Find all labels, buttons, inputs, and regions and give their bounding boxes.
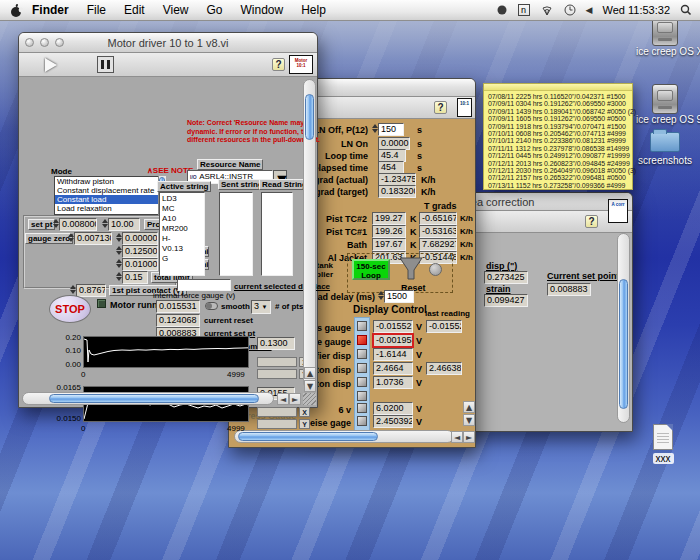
stepper[interactable] (67, 232, 74, 243)
apple-menu-icon[interactable] (10, 3, 23, 18)
loop-button[interactable]: 150-sec Loop (352, 259, 390, 280)
stepper[interactable] (101, 218, 108, 229)
display-toggle[interactable] (357, 363, 367, 373)
g2-y-scale[interactable] (257, 419, 297, 429)
lo-reset-value[interactable]: 0.010000 (122, 258, 158, 271)
row-value[interactable]: 1.0736 (373, 376, 413, 389)
sticky-body[interactable]: 07/08/11 2225 hrs 0.116520"/0.042371 #15… (484, 91, 632, 189)
gauge-zero-value[interactable]: 0.007130 (74, 232, 112, 245)
run-button[interactable] (45, 58, 57, 72)
scroll-down-arrow[interactable]: ▼ (304, 380, 316, 392)
g1-x-scale[interactable] (257, 357, 297, 367)
display-toggle-active[interactable] (357, 335, 367, 345)
sticky-note[interactable]: 07/08/11 2225 hrs 0.116520"/0.042371 #15… (483, 83, 633, 190)
scrollbar-thumb[interactable] (49, 394, 259, 403)
stepper[interactable] (377, 290, 384, 301)
stepper[interactable] (115, 258, 122, 269)
row-value[interactable]: -1.6144 (373, 348, 413, 361)
vi-icon[interactable]: Motor 10:1 (289, 55, 313, 74)
clock-menu-icon[interactable] (564, 4, 576, 16)
display-toggle[interactable] (357, 377, 367, 387)
set-pt-value[interactable]: 0.008000 (59, 218, 97, 231)
display-toggle[interactable] (357, 416, 367, 426)
menu-go[interactable]: Go (198, 3, 232, 17)
mode-option-selected[interactable]: Constant load (55, 195, 165, 204)
int-value[interactable]: 0.000001 (122, 232, 158, 245)
scroll-right-arrow[interactable]: ► (463, 431, 475, 443)
prop-value[interactable]: 10.00 (108, 218, 140, 231)
mode-option[interactable]: Constant displacement rate (55, 186, 165, 195)
scroll-left-arrow[interactable]: ◄ (451, 431, 463, 443)
tc-grad[interactable]: -0.65167 (419, 212, 457, 225)
scroll-right-arrow[interactable]: ► (289, 393, 301, 405)
volume-menu-icon[interactable]: ◀ (586, 5, 593, 15)
pause-button[interactable] (97, 56, 114, 73)
g1-readout[interactable]: 0.1300 (257, 337, 295, 350)
menu-edit[interactable]: Edit (115, 3, 154, 17)
scroll-down-arrow[interactable]: ▼ (463, 414, 475, 426)
desktop-icon-xxx[interactable]: xxx (634, 424, 692, 464)
tgrad-target-value[interactable]: 0.183200 (378, 185, 416, 198)
row-value[interactable]: 2.4664 (373, 362, 413, 375)
tc-temp[interactable]: 199.26 (372, 225, 406, 238)
vertical-scrollbar[interactable] (303, 79, 316, 389)
strain-value[interactable]: 0.099427 (484, 294, 528, 307)
ink-menu-icon[interactable] (496, 4, 508, 16)
smooth-switch[interactable] (205, 302, 218, 310)
current-selected-field[interactable] (177, 279, 231, 291)
last-reading-value[interactable]: -0.01552 (426, 320, 462, 333)
stepper[interactable] (52, 218, 59, 229)
horizontal-scrollbar[interactable] (234, 430, 454, 443)
current-reset-value[interactable]: 0.124068 (156, 314, 200, 327)
display-toggle[interactable] (357, 403, 367, 413)
g2-x-button[interactable]: X (299, 407, 310, 417)
row-value[interactable]: -0.001953 (373, 334, 413, 347)
g2-x-scale[interactable] (257, 407, 297, 417)
menu-finder[interactable]: Finder (23, 3, 78, 17)
funnel-icon[interactable] (399, 257, 423, 283)
resize-grip[interactable] (303, 393, 316, 405)
hi-reset-value[interactable]: 0.125000 (122, 245, 158, 258)
g2-y-button[interactable]: Y (299, 419, 310, 429)
scroll-left-arrow[interactable]: ◄ (277, 393, 289, 405)
total-limit-value[interactable]: 0.15 (122, 271, 148, 284)
desktop-icon-drive-osx[interactable]: ice creep OS X (636, 16, 694, 57)
pist-contact-value[interactable]: 0.8767 (76, 284, 106, 297)
tc-grad[interactable]: -0.53163 (419, 225, 457, 238)
scroll-up-arrow[interactable]: ▲ (304, 367, 316, 379)
menu-file[interactable]: File (78, 3, 115, 17)
last-reading-value[interactable]: 2.466382 (426, 362, 462, 375)
menu-view[interactable]: View (154, 3, 198, 17)
menu-clock[interactable]: Wed 11:53:32 (603, 4, 670, 16)
spotlight-menu-icon[interactable] (680, 4, 692, 16)
scrollbar-thumb[interactable] (238, 432, 378, 441)
stepper[interactable] (115, 245, 122, 256)
stepper[interactable] (115, 271, 122, 282)
scroll-up-arrow[interactable]: ▲ (463, 401, 475, 413)
motor-running-led[interactable] (97, 299, 106, 308)
force-graph[interactable] (83, 336, 249, 368)
ln-off-value[interactable]: 150 (378, 123, 404, 136)
horizontal-scrollbar[interactable] (22, 392, 274, 405)
tc-grad[interactable]: 7.682927 (419, 238, 457, 251)
desktop-icon-drive-os9[interactable]: ice creep OS 9 (636, 84, 694, 125)
g1-y-scale[interactable] (257, 369, 297, 379)
tc-temp[interactable]: 199.27 (372, 212, 406, 225)
mode-listbox[interactable]: Withdraw piston Constant displacement ra… (54, 176, 166, 215)
display-toggle[interactable] (357, 391, 367, 401)
io-delay-value[interactable]: 1500 (384, 290, 414, 303)
current-set-point-value[interactable]: 0.008883 (547, 283, 591, 296)
row-value[interactable]: 2.450392 (373, 415, 413, 428)
menu-help[interactable]: Help (292, 3, 335, 17)
tc-temp[interactable]: 197.67 (372, 238, 406, 251)
display-toggle[interactable] (357, 321, 367, 331)
stop-button[interactable]: STOP (49, 295, 91, 323)
scrollbar-thumb[interactable] (619, 279, 628, 409)
airport-menu-icon[interactable] (540, 5, 554, 16)
indicator-circle[interactable] (429, 263, 442, 276)
disp-value[interactable]: 0.273425 (484, 271, 528, 284)
menu-window[interactable]: Window (232, 3, 293, 17)
sent-string-list[interactable] (219, 192, 253, 276)
ifg-value[interactable]: 0.015531 (156, 300, 200, 313)
display-toggle[interactable] (357, 349, 367, 359)
